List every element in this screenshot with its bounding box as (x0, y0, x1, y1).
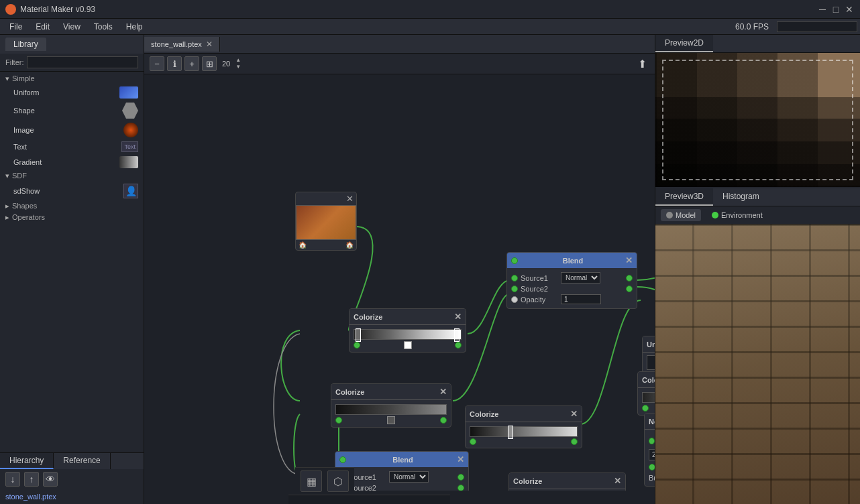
colorize-node-5[interactable]: Colorize ✕ (637, 371, 655, 416)
export-button[interactable]: ⬆ (635, 56, 649, 71)
colorize-node-1-close[interactable]: ✕ (454, 312, 462, 322)
menu-view[interactable]: View (56, 21, 87, 33)
blend1-src1-right-port[interactable] (626, 275, 633, 281)
model-dot-icon (666, 212, 673, 218)
colorize-node-3-header: Colorize ✕ (466, 406, 582, 422)
grid-icon-button[interactable]: ▦ (301, 470, 322, 492)
zoom-arrows: ▲ ▼ (235, 57, 241, 70)
blend-node-1[interactable]: Blend ✕ Source1 Normal Source2 (506, 252, 637, 309)
histogram-tab[interactable]: Histogram (713, 188, 769, 206)
lib-section-simple[interactable]: ▾Simple (0, 73, 144, 84)
node-canvas[interactable]: ✕ 🏠 🏠 Blend ✕ Source1 (144, 72, 655, 491)
blend1-opacity-port[interactable] (511, 296, 518, 303)
colorize3-handle[interactable] (508, 426, 513, 439)
hierarchy-content: stone_wall.ptex (0, 489, 144, 504)
zoom-out-button[interactable]: − (150, 56, 164, 71)
colorize-node-2-close[interactable]: ✕ (439, 387, 447, 397)
canvas-tab[interactable]: stone_wall.ptex ✕ (144, 37, 220, 52)
colorize1-in-port[interactable] (354, 342, 360, 349)
colorize-node-4-close[interactable]: ✕ (614, 476, 621, 486)
colorize2-grad-bar[interactable] (335, 404, 447, 415)
blend-node-2-close[interactable]: ✕ (457, 454, 464, 464)
normalmap-val-port[interactable] (649, 464, 655, 470)
image-node[interactable]: ✕ 🏠 🏠 (295, 192, 357, 251)
minimize-button[interactable]: ─ (817, 4, 828, 15)
colorize-node-3-close[interactable]: ✕ (570, 409, 578, 419)
colorize1-color-swatch[interactable] (404, 341, 412, 349)
normalmap-node[interactable]: Normal Map ✕ Default▾ 2048×2048▾ (644, 413, 655, 487)
blend2-src1-right-port[interactable] (458, 474, 464, 481)
colorize2-in-port[interactable] (335, 417, 342, 424)
move-up-button[interactable]: ↑ (24, 472, 39, 487)
colorize5-grad-bar[interactable] (642, 392, 655, 403)
image-port-right2: 🏠 (345, 241, 354, 249)
zoom-in-button[interactable]: + (184, 56, 199, 71)
blend1-in-port[interactable] (511, 257, 518, 264)
lib-item-text[interactable]: Text Text (0, 139, 144, 154)
blend1-src2-port[interactable] (511, 286, 518, 292)
hierarchy-file[interactable]: stone_wall.ptex (5, 493, 56, 501)
blend1-mode-select[interactable]: Normal (561, 272, 600, 284)
fit-button[interactable]: ⊞ (202, 56, 217, 71)
lib-item-sdshow[interactable]: sdShow 👤 (0, 182, 144, 200)
blend2-mode-select[interactable]: Normal (389, 471, 429, 483)
colorize-node-4[interactable]: Colorize ✕ (508, 472, 626, 491)
maximize-button[interactable]: □ (830, 4, 841, 15)
move-down-button[interactable]: ↓ (5, 472, 20, 487)
library-tab[interactable]: Library (5, 38, 46, 51)
lib-item-gradient[interactable]: Gradient (0, 154, 144, 170)
image-node-close[interactable]: ✕ (346, 194, 354, 204)
preview2d-tab[interactable]: Preview2D (655, 35, 713, 52)
zoom-down-arrow[interactable]: ▼ (235, 64, 241, 70)
lib-section-shapes[interactable]: ▸Shapes (0, 200, 144, 212)
horizontal-scrollbar[interactable] (288, 495, 450, 504)
model-tab[interactable]: Model (661, 209, 701, 221)
colorize1-grad-bar[interactable] (354, 329, 462, 340)
menu-file[interactable]: File (3, 21, 29, 33)
info-button[interactable]: ℹ (167, 56, 182, 71)
filter-input[interactable] (27, 56, 139, 68)
colorize1-handle-right[interactable] (454, 328, 460, 342)
blend-node-2[interactable]: Blend ✕ Source1 Normal Source2 (335, 451, 469, 491)
lib-item-uniform[interactable]: Uniform (0, 84, 144, 101)
environment-tab[interactable]: Environment (706, 209, 768, 221)
tab-reference[interactable]: Reference (54, 453, 110, 469)
menu-tools[interactable]: Tools (87, 21, 119, 33)
lib-item-shape[interactable]: Shape (0, 101, 144, 121)
lib-section-sdf[interactable]: ▾SDF (0, 170, 144, 182)
zoom-up-arrow[interactable]: ▲ (235, 57, 241, 64)
blend1-opacity-input[interactable] (561, 294, 601, 304)
preview3d-tab[interactable]: Preview3D (655, 188, 713, 206)
uniform-color-swatch[interactable] (647, 355, 655, 370)
colorize2-out-port[interactable] (440, 417, 447, 424)
visibility-button[interactable]: 👁 (43, 472, 58, 487)
close-button[interactable]: ✕ (844, 4, 855, 15)
colorize3-grad-bar[interactable] (470, 426, 578, 437)
blend1-src2-right-port[interactable] (626, 286, 633, 292)
normalmap-size-dropdown[interactable]: 2048×2048▾ (649, 449, 655, 460)
menu-help[interactable]: Help (119, 21, 150, 33)
colorize-node-1[interactable]: Colorize ✕ (349, 308, 466, 353)
normalmap-in-port[interactable] (649, 438, 655, 444)
blend2-in-port[interactable] (339, 456, 346, 463)
normalmap-node-header: Normal Map ✕ (645, 414, 655, 430)
blend-node-1-close[interactable]: ✕ (625, 255, 633, 265)
colorize-node-2[interactable]: Colorize ✕ (331, 383, 451, 428)
lib-item-image[interactable]: Image (0, 121, 144, 139)
colorize1-handle-left[interactable] (356, 328, 361, 342)
colorize-node-3[interactable]: Colorize ✕ (465, 405, 582, 448)
tab-hierarchy[interactable]: Hierarchy (0, 453, 54, 469)
blend2-src2-right-port[interactable] (458, 485, 464, 491)
lib-section-operators[interactable]: ▸Operators (0, 212, 144, 223)
colorize3-in-port[interactable] (470, 438, 476, 445)
colorize5-in-port[interactable] (642, 405, 649, 412)
cube-icon-button[interactable]: ⬡ (327, 470, 349, 492)
colorize1-out-port[interactable] (455, 342, 462, 349)
menu-edit[interactable]: Edit (29, 21, 56, 33)
colorize2-color-swatch[interactable] (387, 416, 395, 424)
filter-label: Filter: (5, 58, 24, 66)
image-node-header: ✕ (296, 192, 356, 205)
blend1-src1-port[interactable] (511, 275, 518, 281)
canvas-tab-close[interactable]: ✕ (206, 40, 213, 49)
colorize3-out-port[interactable] (571, 438, 578, 445)
